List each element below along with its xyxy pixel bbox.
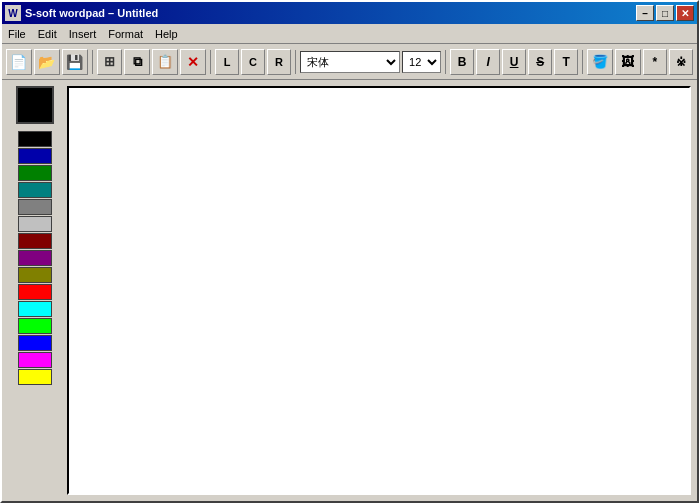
menu-file[interactable]: File xyxy=(2,24,32,43)
unknown-btn-1[interactable]: ⊞ xyxy=(97,49,123,75)
menu-format[interactable]: Format xyxy=(102,24,149,43)
main-area xyxy=(2,80,697,501)
editor-content[interactable] xyxy=(69,88,689,493)
align-center-icon: C xyxy=(249,56,257,68)
paste-button[interactable]: 📋 xyxy=(152,49,178,75)
toolbar: 📄 📂 💾 ⊞ ⧉ 📋 ✕ L C R xyxy=(2,44,697,80)
save-button[interactable]: 💾 xyxy=(62,49,88,75)
separator-5 xyxy=(582,50,583,74)
save-icon: 💾 xyxy=(66,54,83,70)
color-swatch-teal[interactable] xyxy=(18,182,52,198)
paste-icon: 📋 xyxy=(157,54,173,69)
open-icon: 📂 xyxy=(38,54,55,70)
underline-button[interactable]: U xyxy=(502,49,526,75)
menu-help[interactable]: Help xyxy=(149,24,184,43)
color-swatch-yellow[interactable] xyxy=(18,369,52,385)
delete-icon: ✕ xyxy=(187,54,199,70)
app-icon: W xyxy=(5,5,21,21)
align-right-icon: R xyxy=(275,56,283,68)
unknown-icon-1: ⊞ xyxy=(104,54,115,69)
title-bar-buttons: – □ ✕ xyxy=(636,5,694,21)
italic-icon: I xyxy=(486,55,489,69)
separator-3 xyxy=(295,50,296,74)
title-bar: W S-soft wordpad – Untitled – □ ✕ xyxy=(2,2,697,24)
window-title: S-soft wordpad – Untitled xyxy=(25,7,158,19)
color-preview[interactable] xyxy=(16,86,54,124)
color-swatch-maroon[interactable] xyxy=(18,233,52,249)
menu-edit[interactable]: Edit xyxy=(32,24,63,43)
typeface-icon: T xyxy=(563,55,570,69)
color-swatch-purple[interactable] xyxy=(18,250,52,266)
align-left-icon: L xyxy=(224,56,231,68)
editor-area xyxy=(67,86,691,495)
star-button[interactable]: * xyxy=(643,49,667,75)
maximize-button[interactable]: □ xyxy=(656,5,674,21)
fill-icon: 🪣 xyxy=(592,54,608,69)
main-window: W S-soft wordpad – Untitled – □ ✕ File E… xyxy=(0,0,699,503)
open-button[interactable]: 📂 xyxy=(34,49,60,75)
star-icon: * xyxy=(653,55,658,69)
underline-icon: U xyxy=(510,55,519,69)
align-left-button[interactable]: L xyxy=(215,49,239,75)
align-right-button[interactable]: R xyxy=(267,49,291,75)
separator-2 xyxy=(210,50,211,74)
typeface-button[interactable]: T xyxy=(554,49,578,75)
color-swatch-gray[interactable] xyxy=(18,199,52,215)
strikethrough-button[interactable]: S xyxy=(528,49,552,75)
separator-4 xyxy=(445,50,446,74)
color-swatch-green[interactable] xyxy=(18,165,52,181)
color-swatch-lime[interactable] xyxy=(18,318,52,334)
italic-button[interactable]: I xyxy=(476,49,500,75)
separator-1 xyxy=(92,50,93,74)
color-swatch-magenta[interactable] xyxy=(18,352,52,368)
menu-insert[interactable]: Insert xyxy=(63,24,103,43)
symbol-icon: ※ xyxy=(676,55,686,69)
bold-icon: B xyxy=(458,55,467,69)
new-button[interactable]: 📄 xyxy=(6,49,32,75)
copy-icon: ⧉ xyxy=(133,54,142,70)
color-swatch-red[interactable] xyxy=(18,284,52,300)
copy-button[interactable]: ⧉ xyxy=(124,49,150,75)
fill-button[interactable]: 🪣 xyxy=(587,49,613,75)
minimize-button[interactable]: – xyxy=(636,5,654,21)
color-sidebar xyxy=(2,80,67,501)
new-icon: 📄 xyxy=(10,54,27,70)
color-swatch-black[interactable] xyxy=(18,131,52,147)
color-swatch-cyan[interactable] xyxy=(18,301,52,317)
symbol-button[interactable]: ※ xyxy=(669,49,693,75)
bold-button[interactable]: B xyxy=(450,49,474,75)
size-select[interactable]: 8 10 12 14 16 18 24 36 48 72 xyxy=(402,51,441,73)
color-swatch-blue[interactable] xyxy=(18,335,52,351)
strikethrough-icon: S xyxy=(536,55,544,69)
color-swatch-silver[interactable] xyxy=(18,216,52,232)
color-swatch-navy[interactable] xyxy=(18,148,52,164)
menu-bar: File Edit Insert Format Help xyxy=(2,24,697,44)
image-icon: 🖼 xyxy=(621,54,634,69)
delete-button[interactable]: ✕ xyxy=(180,49,206,75)
font-select[interactable]: 宋体 黑体 楷体 Arial Times New Roman xyxy=(300,51,400,73)
image-button[interactable]: 🖼 xyxy=(615,49,641,75)
close-button[interactable]: ✕ xyxy=(676,5,694,21)
color-swatch-olive[interactable] xyxy=(18,267,52,283)
align-center-button[interactable]: C xyxy=(241,49,265,75)
title-bar-left: W S-soft wordpad – Untitled xyxy=(5,5,158,21)
